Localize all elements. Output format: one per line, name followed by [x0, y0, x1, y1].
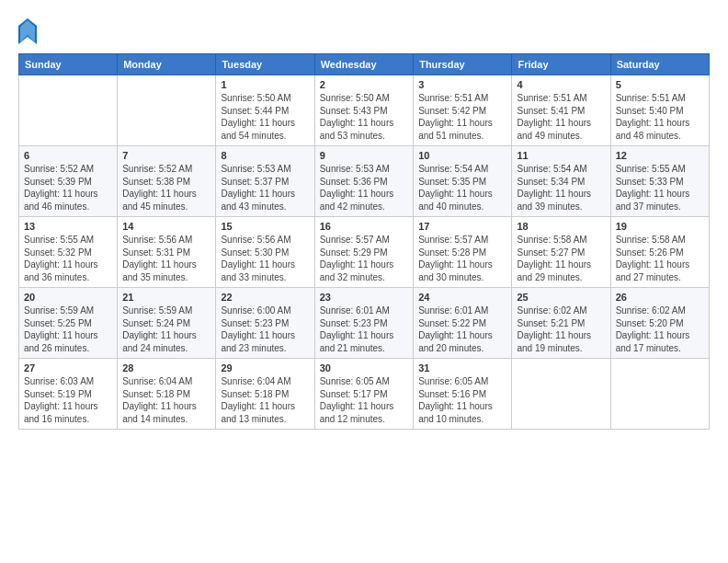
day-number: 10: [418, 150, 506, 161]
day-number: 29: [221, 362, 309, 373]
calendar-cell: [610, 359, 709, 430]
calendar-cell: 10Sunrise: 5:54 AM Sunset: 5:35 PM Dayli…: [414, 146, 512, 217]
day-number: 3: [418, 79, 506, 90]
day-number: 12: [616, 150, 704, 161]
day-info: Sunrise: 5:55 AM Sunset: 5:32 PM Dayligh…: [24, 234, 112, 283]
day-info: Sunrise: 5:51 AM Sunset: 5:42 PM Dayligh…: [418, 92, 506, 142]
calendar-cell: 25Sunrise: 6:02 AM Sunset: 5:21 PM Dayli…: [512, 288, 610, 359]
calendar-cell: 7Sunrise: 5:52 AM Sunset: 5:38 PM Daylig…: [118, 146, 216, 217]
day-number: 22: [221, 292, 309, 303]
day-info: Sunrise: 5:54 AM Sunset: 5:34 PM Dayligh…: [517, 163, 605, 213]
calendar-week: 1Sunrise: 5:50 AM Sunset: 5:44 PM Daylig…: [19, 75, 710, 146]
day-info: Sunrise: 5:58 AM Sunset: 5:26 PM Dayligh…: [616, 234, 704, 283]
calendar-cell: 3Sunrise: 5:51 AM Sunset: 5:42 PM Daylig…: [414, 75, 512, 146]
calendar-cell: 19Sunrise: 5:58 AM Sunset: 5:26 PM Dayli…: [610, 217, 709, 288]
day-number: 20: [24, 292, 112, 303]
day-info: Sunrise: 5:52 AM Sunset: 5:38 PM Dayligh…: [122, 163, 210, 213]
calendar-body: 1Sunrise: 5:50 AM Sunset: 5:44 PM Daylig…: [19, 75, 710, 430]
calendar-cell: 8Sunrise: 5:53 AM Sunset: 5:37 PM Daylig…: [216, 146, 314, 217]
day-info: Sunrise: 6:03 AM Sunset: 5:19 PM Dayligh…: [24, 375, 112, 425]
day-info: Sunrise: 5:55 AM Sunset: 5:33 PM Dayligh…: [616, 163, 704, 213]
day-info: Sunrise: 6:01 AM Sunset: 5:23 PM Dayligh…: [320, 304, 409, 354]
header-day: Sunday: [19, 54, 118, 75]
logo: [18, 18, 40, 44]
day-info: Sunrise: 5:51 AM Sunset: 5:41 PM Dayligh…: [517, 92, 605, 142]
header-day: Tuesday: [216, 54, 314, 75]
header-day: Wednesday: [314, 54, 414, 75]
day-number: 25: [517, 292, 605, 303]
calendar-cell: 22Sunrise: 6:00 AM Sunset: 5:23 PM Dayli…: [216, 288, 314, 359]
calendar-cell: [19, 75, 118, 146]
calendar-cell: 1Sunrise: 5:50 AM Sunset: 5:44 PM Daylig…: [216, 75, 314, 146]
calendar-week: 20Sunrise: 5:59 AM Sunset: 5:25 PM Dayli…: [19, 288, 710, 359]
day-info: Sunrise: 6:04 AM Sunset: 5:18 PM Dayligh…: [221, 375, 309, 425]
day-info: Sunrise: 5:51 AM Sunset: 5:40 PM Dayligh…: [616, 92, 704, 142]
day-number: 14: [122, 221, 210, 232]
page-header: [18, 18, 710, 44]
header-day: Monday: [118, 54, 216, 75]
header-day: Thursday: [414, 54, 512, 75]
day-info: Sunrise: 5:56 AM Sunset: 5:30 PM Dayligh…: [221, 234, 309, 283]
day-info: Sunrise: 5:53 AM Sunset: 5:36 PM Dayligh…: [320, 163, 409, 213]
logo-icon: [18, 18, 37, 44]
calendar-cell: 17Sunrise: 5:57 AM Sunset: 5:28 PM Dayli…: [414, 217, 512, 288]
calendar-cell: 14Sunrise: 5:56 AM Sunset: 5:31 PM Dayli…: [118, 217, 216, 288]
calendar-cell: 6Sunrise: 5:52 AM Sunset: 5:39 PM Daylig…: [19, 146, 118, 217]
calendar-cell: [118, 75, 216, 146]
day-info: Sunrise: 6:01 AM Sunset: 5:22 PM Dayligh…: [418, 304, 506, 354]
day-number: 15: [221, 221, 309, 232]
day-number: 31: [418, 362, 506, 373]
day-number: 30: [320, 362, 409, 373]
calendar-cell: 20Sunrise: 5:59 AM Sunset: 5:25 PM Dayli…: [19, 288, 118, 359]
calendar-cell: [512, 359, 610, 430]
day-number: 28: [122, 362, 210, 373]
day-info: Sunrise: 5:56 AM Sunset: 5:31 PM Dayligh…: [122, 234, 210, 283]
day-number: 7: [122, 150, 210, 161]
calendar-cell: 21Sunrise: 5:59 AM Sunset: 5:24 PM Dayli…: [118, 288, 216, 359]
calendar-table: SundayMondayTuesdayWednesdayThursdayFrid…: [18, 53, 710, 430]
calendar-cell: 31Sunrise: 6:05 AM Sunset: 5:16 PM Dayli…: [414, 359, 512, 430]
day-number: 16: [320, 221, 409, 232]
day-number: 9: [320, 150, 409, 161]
calendar-week: 6Sunrise: 5:52 AM Sunset: 5:39 PM Daylig…: [19, 146, 710, 217]
calendar-cell: 30Sunrise: 6:05 AM Sunset: 5:17 PM Dayli…: [314, 359, 414, 430]
day-info: Sunrise: 5:52 AM Sunset: 5:39 PM Dayligh…: [24, 163, 112, 213]
day-number: 24: [418, 292, 506, 303]
day-number: 1: [221, 79, 309, 90]
calendar-cell: 13Sunrise: 5:55 AM Sunset: 5:32 PM Dayli…: [19, 217, 118, 288]
day-number: 27: [24, 362, 112, 373]
day-info: Sunrise: 5:58 AM Sunset: 5:27 PM Dayligh…: [517, 234, 605, 283]
day-info: Sunrise: 5:50 AM Sunset: 5:43 PM Dayligh…: [320, 92, 409, 142]
day-number: 18: [517, 221, 605, 232]
day-info: Sunrise: 6:02 AM Sunset: 5:21 PM Dayligh…: [517, 304, 605, 354]
day-info: Sunrise: 6:05 AM Sunset: 5:17 PM Dayligh…: [320, 375, 409, 425]
day-info: Sunrise: 5:50 AM Sunset: 5:44 PM Dayligh…: [221, 92, 309, 142]
day-info: Sunrise: 6:04 AM Sunset: 5:18 PM Dayligh…: [122, 375, 210, 425]
calendar-cell: 18Sunrise: 5:58 AM Sunset: 5:27 PM Dayli…: [512, 217, 610, 288]
day-number: 2: [320, 79, 409, 90]
calendar-week: 13Sunrise: 5:55 AM Sunset: 5:32 PM Dayli…: [19, 217, 710, 288]
calendar-week: 27Sunrise: 6:03 AM Sunset: 5:19 PM Dayli…: [19, 359, 710, 430]
day-info: Sunrise: 5:59 AM Sunset: 5:25 PM Dayligh…: [24, 304, 112, 354]
day-number: 8: [221, 150, 309, 161]
day-number: 26: [616, 292, 704, 303]
day-info: Sunrise: 5:54 AM Sunset: 5:35 PM Dayligh…: [418, 163, 506, 213]
calendar-cell: 26Sunrise: 6:02 AM Sunset: 5:20 PM Dayli…: [610, 288, 709, 359]
day-number: 19: [616, 221, 704, 232]
calendar-cell: 24Sunrise: 6:01 AM Sunset: 5:22 PM Dayli…: [414, 288, 512, 359]
day-info: Sunrise: 5:57 AM Sunset: 5:29 PM Dayligh…: [320, 234, 409, 283]
calendar-cell: 5Sunrise: 5:51 AM Sunset: 5:40 PM Daylig…: [610, 75, 709, 146]
day-number: 11: [517, 150, 605, 161]
header-day: Friday: [512, 54, 610, 75]
calendar-cell: 15Sunrise: 5:56 AM Sunset: 5:30 PM Dayli…: [216, 217, 314, 288]
day-number: 21: [122, 292, 210, 303]
calendar-header: SundayMondayTuesdayWednesdayThursdayFrid…: [19, 54, 710, 75]
day-number: 13: [24, 221, 112, 232]
day-number: 4: [517, 79, 605, 90]
day-info: Sunrise: 6:05 AM Sunset: 5:16 PM Dayligh…: [418, 375, 506, 425]
day-number: 5: [616, 79, 704, 90]
header-row: SundayMondayTuesdayWednesdayThursdayFrid…: [19, 54, 710, 75]
header-day: Saturday: [610, 54, 709, 75]
calendar-cell: 28Sunrise: 6:04 AM Sunset: 5:18 PM Dayli…: [118, 359, 216, 430]
calendar-cell: 27Sunrise: 6:03 AM Sunset: 5:19 PM Dayli…: [19, 359, 118, 430]
